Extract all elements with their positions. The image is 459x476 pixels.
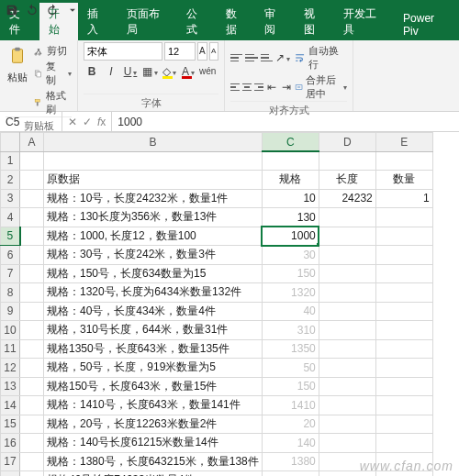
- cell-B10[interactable]: 规格，310号长度，644米，数量31件: [44, 321, 263, 340]
- cell-D8[interactable]: [319, 283, 375, 303]
- font-size-input[interactable]: [164, 42, 196, 61]
- underline-button[interactable]: U▾: [122, 63, 139, 80]
- cell-D1[interactable]: [319, 151, 375, 171]
- cell-E11[interactable]: [375, 339, 432, 359]
- row-header-6[interactable]: 6: [1, 246, 20, 265]
- indent-inc-button[interactable]: ⇥: [280, 79, 292, 95]
- row-header-4[interactable]: 4: [1, 208, 20, 227]
- font-color-button[interactable]: A▾: [180, 63, 196, 80]
- cell-D4[interactable]: [319, 208, 375, 227]
- qat-more-icon[interactable]: [66, 4, 79, 17]
- cell-E2[interactable]: 数量: [375, 171, 432, 190]
- font-name-input[interactable]: [84, 42, 162, 61]
- cell-C7[interactable]: 150: [262, 264, 319, 283]
- cell-B14[interactable]: 规格：1410号，长度643米，数量141件: [44, 396, 263, 415]
- border-button[interactable]: ▦▾: [141, 63, 158, 80]
- fill-color-button[interactable]: ◇▾: [161, 63, 177, 80]
- cell-A14[interactable]: [20, 396, 44, 415]
- increase-font-button[interactable]: A: [197, 42, 207, 61]
- cell-B8[interactable]: 规格：1320号, 长度为6434米数量132件: [44, 283, 263, 303]
- row-header-8[interactable]: 8: [1, 283, 20, 303]
- enter-icon[interactable]: ✓: [83, 116, 92, 128]
- col-header-B[interactable]: B: [44, 133, 263, 152]
- fx-icon[interactable]: fx: [97, 116, 106, 128]
- tab-pivot[interactable]: Power Piv: [394, 8, 459, 40]
- cell-D13[interactable]: [319, 377, 375, 396]
- cell-B11[interactable]: 规格1350号，长度643米，数量135件: [44, 339, 263, 359]
- cell-C14[interactable]: 1410: [262, 396, 319, 415]
- cell-B3[interactable]: 规格：10号，长度24232米，数量1件: [44, 189, 263, 208]
- cell-A15[interactable]: [20, 415, 44, 434]
- cell-E4[interactable]: [375, 208, 432, 227]
- row-header-5[interactable]: 5: [1, 227, 20, 246]
- cell-A6[interactable]: [20, 246, 44, 265]
- cell-B12[interactable]: 规格，50号，长度，919米数量为5: [44, 359, 263, 378]
- row-header-14[interactable]: 14: [1, 396, 20, 415]
- cell-A2[interactable]: [20, 171, 44, 190]
- undo-icon[interactable]: [26, 4, 39, 17]
- cell-E3[interactable]: 1: [375, 189, 432, 208]
- row-header-9[interactable]: 9: [1, 302, 20, 321]
- col-header-A[interactable]: A: [20, 133, 44, 152]
- row-header-7[interactable]: 7: [1, 264, 20, 283]
- cell-C6[interactable]: 30: [262, 246, 319, 265]
- cut-button[interactable]: 剪切: [33, 44, 72, 58]
- col-header-D[interactable]: D: [319, 133, 375, 152]
- cell-B2[interactable]: 原数据: [44, 171, 263, 190]
- tab-formulas[interactable]: 公式: [177, 3, 217, 40]
- name-box[interactable]: C5: [0, 112, 62, 132]
- cell-A13[interactable]: [20, 377, 44, 396]
- cell-A4[interactable]: [20, 208, 44, 227]
- cell-E10[interactable]: [375, 321, 432, 340]
- cell-D7[interactable]: [319, 264, 375, 283]
- row-header-3[interactable]: 3: [1, 189, 20, 208]
- cell-C13[interactable]: 150: [262, 377, 319, 396]
- bold-button[interactable]: B: [84, 63, 100, 80]
- cell-C8[interactable]: 1320: [262, 283, 319, 303]
- tab-view[interactable]: 视图: [295, 3, 334, 40]
- cell-A1[interactable]: [20, 151, 44, 171]
- cell-C4[interactable]: 130: [262, 208, 319, 227]
- cell-E13[interactable]: [375, 377, 432, 396]
- row-header-2[interactable]: 2: [1, 171, 20, 190]
- cell-A18[interactable]: [20, 471, 44, 477]
- align-top-button[interactable]: [230, 51, 242, 64]
- row-header-12[interactable]: 12: [1, 359, 20, 378]
- cell-B1[interactable]: [44, 151, 263, 171]
- cell-B13[interactable]: 规格150号，长度643米，数量15件: [44, 377, 263, 396]
- tab-layout[interactable]: 页面布局: [118, 3, 177, 40]
- cell-D11[interactable]: [319, 339, 375, 359]
- cell-E6[interactable]: [375, 246, 432, 265]
- wrap-text-button[interactable]: 自动换行: [294, 44, 347, 72]
- row-header-10[interactable]: 10: [1, 321, 20, 340]
- paste-button[interactable]: 粘贴: [6, 42, 29, 116]
- cell-E15[interactable]: [375, 415, 432, 434]
- orientation-button[interactable]: ↗▾: [275, 50, 291, 66]
- cell-E14[interactable]: [375, 396, 432, 415]
- row-header-17[interactable]: 17: [1, 452, 20, 471]
- cell-C15[interactable]: 20: [262, 415, 319, 434]
- tab-review[interactable]: 审阅: [255, 3, 295, 40]
- cell-D12[interactable]: [319, 359, 375, 378]
- cell-C10[interactable]: 310: [262, 321, 319, 340]
- indent-dec-button[interactable]: ⇤: [266, 79, 278, 95]
- cell-E8[interactable]: [375, 283, 432, 303]
- cell-A16[interactable]: [20, 434, 44, 453]
- align-left-button[interactable]: [230, 81, 240, 94]
- cell-B15[interactable]: 规格，20号，长度12263米数量2件: [44, 415, 263, 434]
- cell-D6[interactable]: [319, 246, 375, 265]
- row-header-15[interactable]: 15: [1, 415, 20, 434]
- cell-A11[interactable]: [20, 339, 44, 359]
- copy-button[interactable]: 复制▾: [33, 60, 72, 87]
- align-mid-button[interactable]: [245, 51, 257, 64]
- cell-C3[interactable]: 10: [262, 189, 319, 208]
- merge-center-button[interactable]: 合并后居中▾: [295, 73, 347, 101]
- col-header-E[interactable]: E: [375, 133, 432, 152]
- phonetic-button[interactable]: wén: [199, 63, 216, 80]
- cell-D9[interactable]: [319, 302, 375, 321]
- cell-B17[interactable]: 规格：1380号，长度643215米，数量138件: [44, 452, 263, 471]
- cell-D2[interactable]: 长度: [319, 171, 375, 190]
- cell-E7[interactable]: [375, 264, 432, 283]
- row-header-13[interactable]: 13: [1, 377, 20, 396]
- cell-E9[interactable]: [375, 302, 432, 321]
